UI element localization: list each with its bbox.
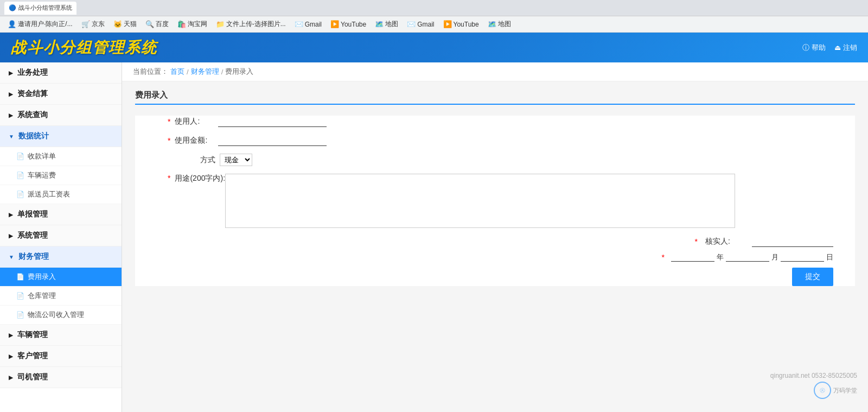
bookmark-map1[interactable]: 🗺️ 地图	[372, 18, 401, 30]
sidebar-item-logistics-income[interactable]: 📄 物流公司收入管理	[0, 306, 122, 325]
sidebar-business-label: 业务处理	[17, 68, 48, 78]
bookmark-upload[interactable]: 📁 文件上传-选择图片...	[213, 18, 289, 30]
sidebar-item-vehicle-freight[interactable]: 📄 车辆运费	[0, 166, 122, 185]
watermark-logo: ㊋ 万码学堂	[814, 379, 857, 401]
bookmark-jd-label: 京东	[92, 20, 105, 29]
bookmark-map2-label: 地图	[498, 20, 511, 29]
month-input[interactable]	[726, 253, 769, 262]
sidebar-item-fund[interactable]: ▶ 资金结算	[0, 84, 122, 105]
bookmark-baidu-label: 百度	[156, 20, 169, 29]
breadcrumb: 当前位置： 首页 / 财务管理 / 费用录入	[122, 62, 868, 81]
bookmark-map1-label: 地图	[385, 20, 398, 29]
sidebar-finance-label: 财务管理	[18, 252, 49, 262]
bookmark-jd[interactable]: 🛒 京东	[78, 18, 108, 30]
sidebar-item-warehouse-mgmt[interactable]: 📄 仓库管理	[0, 287, 122, 306]
watermark-logo-text: 万码学堂	[833, 386, 857, 394]
sidebar-item-data-stats[interactable]: ▼ 数据统计	[0, 126, 122, 147]
sidebar-item-staff-salary[interactable]: 📄 派送员工资表	[0, 185, 122, 204]
sidebar-item-system-mgmt[interactable]: ▶ 系统管理	[0, 225, 122, 246]
driver-arrow-icon: ▶	[9, 375, 13, 381]
header-actions: ⓘ 帮助 ⏏ 注销	[802, 43, 857, 53]
sidebar-item-expense-entry[interactable]: 📄 费用录入	[0, 268, 122, 287]
warehouse-doc-icon: 📄	[16, 292, 24, 300]
verifier-input[interactable]	[752, 236, 833, 247]
watermark-text: qingruanit.net 0532-85025005	[770, 372, 857, 379]
bookmark-upload-label: 文件上传-选择图片...	[226, 20, 286, 29]
footer-watermark: qingruanit.net 0532-85025005	[770, 372, 857, 379]
logout-label: 注销	[843, 43, 857, 53]
purpose-row: * 用途(200字内):	[135, 174, 855, 228]
sidebar-item-driver-mgmt[interactable]: ▶ 司机管理	[0, 367, 122, 388]
bookmark-gmail2[interactable]: ✉️ Gmail	[404, 19, 437, 29]
sidebar-item-vehicle-mgmt[interactable]: ▶ 车辆管理	[0, 325, 122, 346]
year-label: 年	[717, 252, 724, 262]
main-content: 当前位置： 首页 / 财务管理 / 费用录入 费用录入 * 使用人:	[122, 62, 868, 412]
user-row: * 使用人:	[135, 116, 855, 127]
user-input[interactable]	[218, 116, 327, 127]
invite-icon: 👤	[8, 20, 16, 28]
method-row: 方式 现金 转账 支票	[135, 154, 855, 166]
map1-icon: 🗺️	[375, 20, 384, 28]
sidebar-item-business[interactable]: ▶ 业务处理	[0, 62, 122, 84]
sidebar-vfreight-label: 车辆运费	[28, 170, 56, 180]
verifier-required-star: *	[695, 237, 698, 246]
bookmark-youtube1-label: YouTube	[341, 21, 366, 28]
sidebar-item-receipts[interactable]: 📄 收款详单	[0, 147, 122, 166]
app-title: 战斗小分组管理系统	[11, 37, 157, 58]
method-label: 方式	[200, 155, 215, 165]
bookmark-gmail1-label: Gmail	[305, 21, 322, 28]
gmail2-icon: ✉️	[407, 20, 416, 28]
vfreight-doc-icon: 📄	[16, 172, 24, 179]
help-button[interactable]: ⓘ 帮助	[802, 43, 826, 53]
sidebar-item-report-mgmt[interactable]: ▶ 单报管理	[0, 204, 122, 225]
gmail1-icon: ✉️	[295, 20, 303, 28]
purpose-label: 用途(200字内):	[175, 174, 225, 183]
upload-icon: 📁	[216, 20, 225, 28]
bookmark-invite[interactable]: 👤 邀请用户·陈向正/...	[4, 18, 76, 30]
day-input[interactable]	[781, 253, 824, 262]
help-label: 帮助	[812, 43, 826, 53]
bookmark-youtube1[interactable]: ▶️ YouTube	[327, 19, 369, 29]
purpose-textarea[interactable]	[225, 174, 735, 228]
bookmark-youtube2-label: YouTube	[454, 21, 479, 28]
expense-form: * 使用人: * 使用金额: 方式 现金	[135, 116, 855, 286]
salary-doc-icon: 📄	[16, 191, 24, 198]
bookmark-taobao[interactable]: 🛍️ 淘宝网	[174, 18, 210, 30]
breadcrumb-finance[interactable]: 财务管理	[191, 67, 219, 77]
sidebar-item-system-query[interactable]: ▶ 系统查询	[0, 105, 122, 126]
user-required-star: *	[168, 117, 170, 126]
bookmark-tmall[interactable]: 🐱 天猫	[110, 18, 140, 30]
page-title: 费用录入	[135, 90, 168, 99]
tab-favicon: 🔵	[9, 4, 16, 12]
sidebar-expense-label: 费用录入	[28, 272, 56, 282]
date-required-star: *	[662, 253, 665, 262]
bookmark-tmall-label: 天猫	[124, 20, 137, 29]
active-tab[interactable]: 🔵 战斗小分组管理系统	[4, 2, 76, 15]
bookmark-gmail1[interactable]: ✉️ Gmail	[291, 19, 325, 29]
method-select[interactable]: 现金 转账 支票	[220, 154, 252, 166]
page-title-bar: 费用录入	[135, 90, 855, 105]
day-label: 日	[826, 252, 833, 262]
fund-arrow-icon: ▶	[9, 91, 13, 97]
logout-icon: ⏏	[834, 43, 841, 52]
bookmark-gmail2-label: Gmail	[417, 21, 434, 28]
bookmark-map2[interactable]: 🗺️ 地图	[484, 18, 514, 30]
sysmgmt-arrow-icon: ▶	[9, 233, 13, 239]
jd-icon: 🛒	[81, 20, 90, 28]
logout-button[interactable]: ⏏ 注销	[834, 43, 857, 53]
bottom-rows: * 核实人: * 年 月 日	[135, 236, 855, 262]
sidebar-item-finance-mgmt[interactable]: ▼ 财务管理	[0, 246, 122, 268]
bookmark-baidu[interactable]: 🔍 百度	[142, 18, 172, 30]
sidebar: ▶ 业务处理 ▶ 资金结算 ▶ 系统查询 ▼ 数据统计 📄 收款详单 📄	[0, 62, 122, 412]
submit-button[interactable]: 提交	[792, 268, 833, 286]
customer-arrow-icon: ▶	[9, 353, 13, 359]
sidebar-item-customer-mgmt[interactable]: ▶ 客户管理	[0, 346, 122, 367]
submit-row: 提交	[135, 268, 855, 286]
business-arrow-icon: ▶	[9, 70, 13, 76]
amount-label: 使用金额:	[175, 136, 218, 145]
breadcrumb-home[interactable]: 首页	[170, 67, 184, 77]
year-input[interactable]	[671, 253, 714, 262]
bookmark-youtube2[interactable]: ▶️ YouTube	[440, 19, 482, 29]
sidebar-customer-label: 客户管理	[17, 351, 48, 361]
amount-input[interactable]	[218, 135, 327, 146]
